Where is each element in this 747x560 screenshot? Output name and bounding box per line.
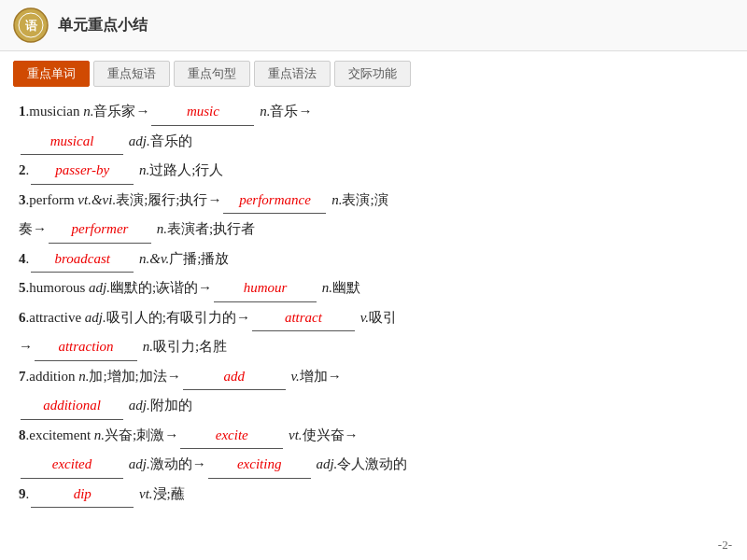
- blank-field: music: [151, 98, 254, 126]
- blank-field: performer: [49, 216, 151, 244]
- entry-text: adj.音乐的: [125, 128, 192, 155]
- entry-prefix: 8.excitement n.兴奋;刺激→: [19, 422, 178, 449]
- entry-prefix: 3.perform vt.&vi.表演;履行;执行→: [19, 187, 221, 214]
- blank-field: humour: [214, 274, 317, 302]
- tab-sentences[interactable]: 重点句型: [174, 61, 250, 87]
- list-item: 3.perform vt.&vi.表演;履行;执行→ performance n…: [19, 187, 728, 215]
- tab-bar: 重点单词 重点短语 重点句型 重点语法 交际功能: [0, 51, 747, 87]
- svg-text:语: 语: [25, 19, 38, 33]
- list-item: additional adj.附加的: [19, 392, 728, 420]
- entry-text: n.音乐→: [256, 98, 312, 125]
- list-item: 5.humorous adj.幽默的;诙谐的→ humour n.幽默: [19, 274, 728, 302]
- tab-communication[interactable]: 交际功能: [334, 61, 411, 87]
- entry-text: vt.浸;蘸: [135, 481, 185, 508]
- entry-text: adj.激动的→: [125, 451, 206, 478]
- entry-text: vt.使兴奋→: [285, 422, 358, 449]
- blank-field: exciting: [208, 451, 311, 479]
- blank-field: broadcast: [31, 245, 134, 273]
- entry-text: n.表演者;执行者: [153, 216, 255, 243]
- list-item: 7.addition n.加;增加;加法→ add v.增加→: [19, 363, 728, 391]
- tab-phrases[interactable]: 重点短语: [93, 61, 170, 87]
- entry-prefix: 4.: [19, 245, 29, 273]
- entry-prefix: 2.: [19, 157, 29, 184]
- entry-prefix: 7.addition n.加;增加;加法→: [19, 363, 181, 390]
- blank-field: excited: [21, 451, 123, 479]
- list-item: 1.musician n.音乐家→ music n.音乐→: [19, 98, 728, 126]
- list-item: 2. passer-by n.过路人;行人: [19, 157, 728, 185]
- list-item: → attraction n.吸引力;名胜: [19, 333, 728, 361]
- blank-field: passer-by: [31, 157, 134, 185]
- list-item: 6.attractive adj.吸引人的;有吸引力的→ attract v.吸…: [19, 304, 728, 332]
- list-item: 4. broadcast n.&v.广播;播放: [19, 245, 728, 273]
- content-area: 1.musician n.音乐家→ music n.音乐→ musical ad…: [0, 87, 747, 519]
- entry-text: n.过路人;行人: [135, 157, 223, 184]
- entry-text: adj.令人激动的: [313, 451, 408, 478]
- tab-grammar[interactable]: 重点语法: [254, 61, 331, 87]
- blank-field: attraction: [35, 333, 137, 361]
- list-item: excited adj.激动的→ exciting adj.令人激动的: [19, 451, 728, 479]
- entry-prefix: 6.attractive adj.吸引人的;有吸引力的→: [19, 304, 250, 331]
- blank-field: attract: [252, 304, 355, 332]
- blank-field: additional: [21, 392, 123, 420]
- entry-text: →: [19, 333, 33, 360]
- page-title: 单元重点小结: [58, 16, 148, 35]
- entry-text: n.表演;演: [328, 187, 388, 214]
- blank-field: dip: [31, 481, 134, 509]
- entry-text: n.&v.广播;播放: [135, 245, 229, 273]
- blank-field: excite: [180, 422, 283, 450]
- entry-text: 奏→: [19, 216, 47, 243]
- entry-prefix: 5.humorous adj.幽默的;诙谐的→: [19, 274, 212, 301]
- entry-text: v.增加→: [288, 363, 342, 390]
- tab-keywords[interactable]: 重点单词: [13, 61, 90, 87]
- blank-field: musical: [21, 128, 123, 156]
- entry-prefix: 1.musician n.音乐家→: [19, 98, 149, 125]
- page-number: -2-: [718, 538, 732, 553]
- blank-field: performance: [223, 187, 326, 215]
- entry-text: adj.附加的: [125, 392, 192, 419]
- entry-text: v.吸引: [357, 304, 397, 331]
- blank-field: add: [183, 363, 286, 391]
- list-item: 奏→ performer n.表演者;执行者: [19, 216, 728, 244]
- header: 语 单元重点小结: [0, 0, 747, 51]
- entry-prefix: 9.: [19, 481, 29, 508]
- list-item: musical adj.音乐的: [19, 128, 728, 156]
- list-item: 9. dip vt.浸;蘸: [19, 481, 728, 509]
- entry-text: n.吸引力;名胜: [139, 333, 227, 360]
- list-item: 8.excitement n.兴奋;刺激→ excite vt.使兴奋→: [19, 422, 728, 450]
- entry-text: n.幽默: [318, 274, 360, 301]
- logo-icon: 语: [13, 7, 49, 43]
